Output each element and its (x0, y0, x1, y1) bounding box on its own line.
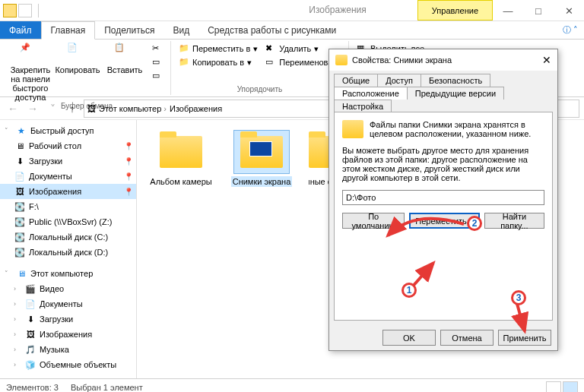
nav-drive-f[interactable]: 💽F:\ (0, 199, 136, 214)
nav-desktop[interactable]: 🖥Рабочий стол📍 (0, 138, 136, 153)
ribbon-expand-icon[interactable]: ⓘ ˄ (557, 21, 584, 39)
back-button[interactable]: ← (5, 100, 21, 117)
copy-button[interactable]: 📄 Копировать (55, 41, 100, 74)
pc-icon: 🖼 (87, 104, 96, 113)
copy-to-button[interactable]: 📁Копировать в ▾ (176, 56, 261, 68)
nav-downloads[interactable]: ⬇Загрузки📍 (0, 153, 136, 169)
path-icon: ▭ (152, 57, 163, 68)
nav-music[interactable]: ›🎵Музыка (0, 342, 136, 357)
pin-to-quick-access-button[interactable]: 📌 Закрепить на панели быстрого доступа (8, 41, 53, 102)
tab-view[interactable]: Вид (163, 21, 198, 39)
folder-camera-roll[interactable]: Альбом камеры (148, 131, 214, 187)
location-description: Файлы папки Снимки экрана хранятся в цел… (370, 120, 544, 138)
copy-to-icon: 📁 (179, 57, 189, 68)
move-to-button[interactable]: 📁Переместить в ▾ (176, 43, 261, 55)
view-details-button[interactable] (546, 381, 561, 393)
nav-pictures[interactable]: 🖼Изображения📍 (0, 184, 136, 199)
window-title: Изображения (309, 5, 366, 15)
tab-sharing[interactable]: Доступ (377, 74, 421, 87)
folder-icon (335, 55, 348, 65)
delete-icon: ✖ (265, 43, 276, 54)
contextual-tab[interactable]: Управление (417, 0, 493, 21)
nav-public[interactable]: 💽Public (\\VBoxSvr) (Z:) (0, 214, 136, 229)
apply-button[interactable]: Применить (498, 330, 551, 346)
tab-location[interactable]: Расположение (334, 87, 408, 100)
nav-local-c[interactable]: 💽Локальный диск (C:) (0, 229, 136, 245)
nav-documents2[interactable]: ›📄Документы (0, 296, 136, 311)
view-icons-button[interactable] (563, 381, 578, 393)
rename-icon: ▭ (265, 57, 276, 68)
location-help-text: Вы можете выбрать другое место для хране… (342, 146, 544, 182)
nav-downloads2[interactable]: ›⬇Загрузки (0, 311, 136, 327)
dialog-tabs: Общие Доступ Безопасность (329, 71, 557, 87)
copy-icon: 📄 (67, 43, 88, 64)
quick-access-header[interactable]: ˅★Быстрый доступ (0, 123, 136, 138)
dialog-titlebar[interactable]: Свойства: Снимки экрана ✕ (329, 49, 557, 71)
status-count: Элементов: 3 (6, 383, 59, 392)
status-bar: Элементов: 3 Выбран 1 элемент (0, 378, 584, 392)
annotation-badge-3: 3 (511, 290, 526, 305)
minimize-button[interactable]: ― (493, 0, 523, 21)
paste-shortcut-button[interactable]: ▭ (149, 70, 166, 82)
up-button[interactable]: ↑ (64, 100, 81, 117)
cut-button[interactable]: ✂ (149, 43, 166, 55)
ok-button[interactable]: OK (382, 330, 436, 346)
this-pc-header[interactable]: ˅🖥Этот компьютер (0, 266, 136, 281)
tab-security[interactable]: Безопасность (421, 74, 490, 87)
cut-icon: ✂ (152, 43, 163, 54)
close-button[interactable]: ✕ (554, 0, 584, 21)
recent-button[interactable]: ˅ (44, 100, 61, 117)
copy-path-button[interactable]: ▭ (149, 56, 166, 68)
maximize-button[interactable]: □ (523, 0, 554, 21)
location-path-input[interactable] (342, 190, 544, 205)
tab-previous-versions[interactable]: Предыдущие версии (407, 87, 504, 100)
find-target-button[interactable]: Найти папку... (484, 213, 544, 229)
cancel-button[interactable]: Отмена (440, 330, 494, 346)
nav-3d-objects[interactable]: ›🧊Объемные объекты (0, 357, 136, 372)
move-icon: 📁 (179, 43, 189, 54)
dialog-body: Файлы папки Снимки экрана хранятся в цел… (334, 112, 553, 321)
forward-button[interactable]: → (24, 100, 41, 117)
tab-picture-tools[interactable]: Средства работы с рисунками (198, 21, 345, 39)
annotation-badge-2: 2 (467, 216, 482, 231)
folder-icon (342, 120, 363, 138)
nav-video[interactable]: ›🎬Видео (0, 281, 136, 296)
nav-pictures2[interactable]: ›🖼Изображения (0, 327, 136, 342)
dialog-footer: OK Отмена Применить (329, 325, 557, 350)
ribbon-tabs: Файл Главная Поделиться Вид Средства раб… (0, 21, 584, 40)
dialog-close-button[interactable]: ✕ (542, 54, 551, 66)
folder-screenshots[interactable]: Снимки экрана (228, 131, 295, 187)
dialog-title: Свойства: Снимки экрана (352, 55, 452, 65)
title-bar: Управление Изображения ― □ ✕ (0, 0, 584, 21)
tab-file[interactable]: Файл (0, 21, 41, 39)
paste-button[interactable]: 📋 Вставить (102, 41, 148, 74)
nav-local-d[interactable]: 💽Локальный диск (D:) (0, 245, 136, 260)
tab-customize[interactable]: Настройка (334, 100, 392, 112)
restore-default-button[interactable]: По умолчанию (342, 213, 405, 229)
nav-documents[interactable]: 📄Документы📍 (0, 169, 136, 184)
tab-general[interactable]: Общие (334, 74, 378, 87)
group-label: Упорядочить (237, 85, 283, 95)
status-selected: Выбран 1 элемент (71, 383, 143, 392)
shortcut-icon: ▭ (152, 71, 163, 81)
properties-dialog: Свойства: Снимки экрана ✕ Общие Доступ Б… (328, 49, 558, 351)
tab-share[interactable]: Поделиться (95, 21, 163, 39)
annotation-badge-1: 1 (402, 283, 417, 298)
qat-button[interactable] (18, 4, 32, 17)
navigation-pane[interactable]: ˅★Быстрый доступ 🖥Рабочий стол📍 ⬇Загрузк… (0, 120, 137, 378)
pin-icon: 📌 (20, 43, 41, 64)
tab-home[interactable]: Главная (41, 21, 96, 40)
paste-icon: 📋 (114, 43, 135, 64)
folder-icon (3, 4, 17, 17)
